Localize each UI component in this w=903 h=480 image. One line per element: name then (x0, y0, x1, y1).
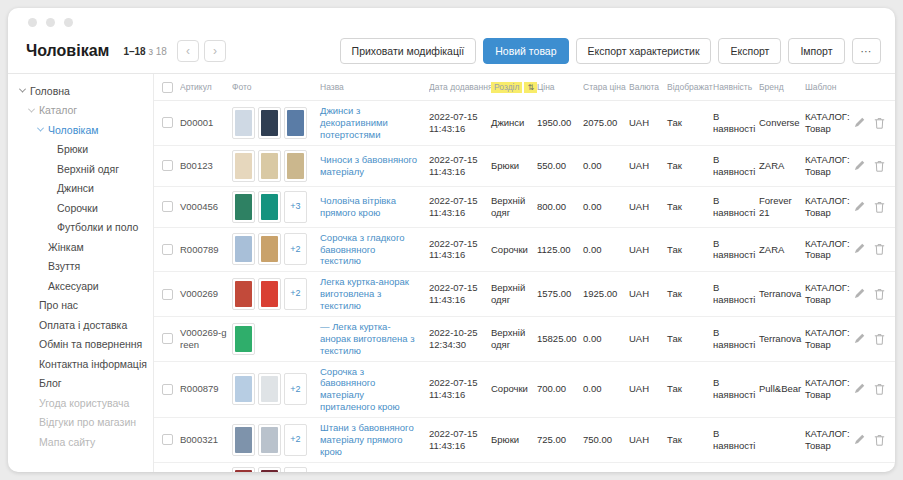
edit-icon[interactable] (854, 243, 865, 255)
product-photo[interactable] (284, 150, 307, 182)
sidebar-item[interactable]: Блог (8, 374, 153, 394)
more-photos-badge[interactable]: +2 (284, 424, 307, 456)
column-header-availability[interactable]: Наявність (713, 82, 759, 93)
product-photo[interactable] (258, 150, 281, 182)
delete-icon[interactable] (874, 201, 885, 213)
export-button[interactable]: Експорт (718, 38, 781, 64)
more-photos-badge[interactable]: +2 (284, 278, 307, 310)
delete-icon[interactable] (874, 243, 885, 255)
product-photo[interactable] (232, 373, 255, 405)
delete-icon[interactable] (874, 288, 885, 300)
column-header-sku[interactable]: Артикул (180, 82, 232, 93)
product-photo[interactable] (258, 107, 281, 139)
sidebar-item[interactable]: Взуття (8, 257, 153, 277)
row-checkbox[interactable] (162, 160, 173, 171)
product-photo[interactable] (232, 107, 255, 139)
product-name-link[interactable]: — Легка куртка-анорак виготовлена з текс… (320, 321, 424, 357)
column-header-old-price[interactable]: Стара ціна (583, 82, 629, 93)
product-name-link[interactable]: Чоловіча вітрівка прямого крою (320, 195, 424, 219)
window-control-dot[interactable] (64, 18, 73, 27)
column-header-currency[interactable]: Валюта (629, 82, 667, 93)
product-photo[interactable] (232, 278, 255, 310)
import-button[interactable]: Імпорт (788, 38, 844, 64)
export-characteristics-button[interactable]: Експорт характеристик (576, 38, 712, 64)
window-control-dot[interactable] (28, 18, 37, 27)
product-photo[interactable] (258, 373, 281, 405)
product-photo[interactable] (232, 150, 255, 182)
sidebar-item[interactable]: Контактна інформація (8, 354, 153, 374)
product-photo[interactable] (258, 467, 281, 472)
product-name-link[interactable]: Сорочка з бавовняного матеріалу притален… (320, 366, 424, 414)
sidebar-item[interactable]: Мапа сайту (8, 432, 153, 452)
sidebar-item[interactable]: Аксесуари (8, 276, 153, 296)
edit-icon[interactable] (854, 333, 865, 345)
sidebar-item[interactable]: Сорочки (8, 198, 153, 218)
next-page-button[interactable]: › (204, 40, 226, 62)
sort-icon[interactable]: ⇅ (524, 82, 537, 93)
sidebar-item[interactable]: Угода користувача (8, 393, 153, 413)
more-photos-badge[interactable]: +3 (284, 191, 307, 223)
row-checkbox[interactable] (162, 117, 173, 128)
product-photo[interactable] (232, 467, 255, 472)
column-header-section[interactable]: Розділ⇅ (491, 82, 537, 93)
new-product-button[interactable]: Новий товар (483, 38, 568, 64)
edit-icon[interactable] (854, 434, 865, 446)
sidebar-item[interactable]: Джинси (8, 179, 153, 199)
column-header-name[interactable]: Назва (320, 82, 429, 93)
product-photo[interactable] (258, 424, 281, 456)
row-checkbox[interactable] (162, 244, 173, 255)
sidebar-item[interactable]: Каталог (8, 101, 153, 121)
product-name-link[interactable]: Легка куртка-анорак виготовлена з тексти… (320, 276, 424, 312)
delete-icon[interactable] (874, 383, 885, 395)
sidebar-item[interactable]: Про нас (8, 296, 153, 316)
row-checkbox[interactable] (162, 289, 173, 300)
column-header-brand[interactable]: Бренд (759, 82, 805, 93)
product-photo[interactable] (284, 107, 307, 139)
product-photo[interactable] (258, 278, 281, 310)
sorted-column-label[interactable]: Розділ (491, 82, 522, 93)
delete-icon[interactable] (874, 333, 885, 345)
product-name-link[interactable]: Джинси з декоративними потертостями (320, 105, 424, 141)
row-checkbox[interactable] (162, 384, 173, 395)
delete-icon[interactable] (874, 160, 885, 172)
product-photo[interactable] (258, 191, 281, 223)
product-name-link[interactable]: Чоловічі сорочки з легкого текстилю (320, 471, 424, 472)
prev-page-button[interactable]: ‹ (177, 40, 199, 62)
product-photo[interactable] (258, 233, 281, 265)
product-name-link[interactable]: Сорочка з гладкого бавовняного текстилю (320, 232, 424, 268)
delete-icon[interactable] (874, 434, 885, 446)
product-photo[interactable] (232, 233, 255, 265)
delete-icon[interactable] (874, 117, 885, 129)
product-photo[interactable] (232, 424, 255, 456)
edit-icon[interactable] (854, 117, 865, 129)
edit-icon[interactable] (854, 383, 865, 395)
select-all-checkbox[interactable] (162, 82, 173, 93)
more-photos-badge[interactable]: +2 (284, 233, 307, 265)
row-checkbox[interactable] (162, 434, 173, 445)
column-header-display[interactable]: Відображати (667, 82, 713, 93)
column-header-template[interactable]: Шаблон (805, 82, 859, 93)
sidebar-item[interactable]: Верхній одяг (8, 159, 153, 179)
sidebar-item[interactable]: Відгуки про магазин (8, 413, 153, 433)
edit-icon[interactable] (854, 288, 865, 300)
edit-icon[interactable] (854, 160, 865, 172)
window-control-dot[interactable] (46, 18, 55, 27)
product-photo[interactable] (232, 191, 255, 223)
product-photo[interactable] (232, 323, 255, 355)
column-header-price[interactable]: Ціна (537, 82, 583, 93)
sidebar-item[interactable]: Чоловікам (8, 120, 153, 140)
sidebar-item[interactable]: Оплата і доставка (8, 315, 153, 335)
product-name-link[interactable]: Штани з бавовняного матеріалу прямого кр… (320, 422, 424, 458)
more-photos-badge[interactable]: +2 (284, 373, 307, 405)
row-checkbox[interactable] (162, 333, 173, 344)
product-name-link[interactable]: Чиноси з бавовняного матеріалу (320, 154, 424, 178)
row-checkbox[interactable] (162, 201, 173, 212)
edit-icon[interactable] (854, 201, 865, 213)
sidebar-item[interactable]: Брюки (8, 140, 153, 160)
more-actions-button[interactable]: ⋯ (852, 38, 882, 64)
sidebar-item[interactable]: Обмін та повернення (8, 335, 153, 355)
column-header-photo[interactable]: Фото (232, 82, 320, 93)
sidebar-item[interactable]: Головна (8, 81, 153, 101)
more-photos-badge[interactable]: +2 (284, 467, 307, 472)
sidebar-item[interactable]: Футболки и поло (8, 218, 153, 238)
